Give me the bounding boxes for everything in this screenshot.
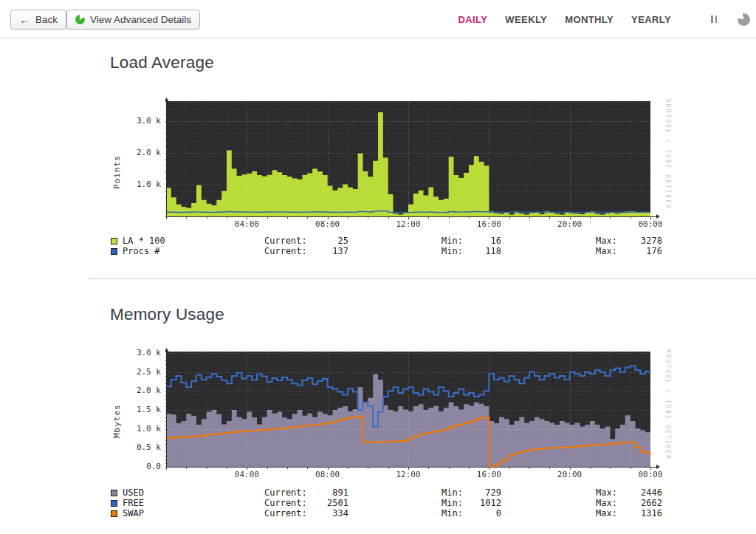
legend-max-value: 3278 [624, 236, 662, 246]
topbar: ← Back View Advanced Details DAILY WEEKL… [0, 0, 756, 38]
legend-current-value: 2501 [310, 498, 348, 508]
legend-swatch-swap [111, 510, 117, 517]
legend-current-label: Current: [264, 508, 310, 518]
x-tick-label: 12:00 [389, 470, 427, 479]
legend-label-used: USED [123, 487, 264, 498]
tab-daily[interactable]: DAILY [458, 14, 488, 25]
rrdtool-watermark: RRDTOOL / TOBI OETIKER [664, 349, 671, 460]
legend-max-value: 176 [624, 246, 662, 256]
x-tick-label: 16:00 [470, 470, 508, 479]
legend-row-used: USED Current: 891 Min: 729 Max: 2446 [111, 487, 662, 498]
x-tick-label: 04:00 [227, 470, 266, 479]
x-tick-label: 20:00 [551, 470, 589, 479]
advanced-button-label: View Advanced Details [90, 14, 191, 25]
legend-min-value: 118 [470, 246, 501, 256]
tab-yearly[interactable]: YEARLY [631, 14, 671, 25]
legend-max-label: Max: [596, 508, 624, 518]
legend-current-value: 137 [310, 246, 348, 256]
legend-current-label: Current: [264, 246, 310, 256]
y-axis-label-points: Points [112, 131, 122, 213]
legend-min-label: Min: [441, 236, 470, 246]
pause-button[interactable] [711, 16, 717, 23]
section-title-load-average: Load Average [110, 53, 214, 72]
y-tick-label: 3.0 k [111, 348, 161, 357]
legend-label-procs: Procs # [123, 246, 264, 256]
x-tick-label: 04:00 [227, 219, 266, 229]
y-tick-label: 2.0 k [111, 386, 161, 395]
y-tick-label: 0.0 [111, 462, 161, 471]
legend-min-label: Min: [441, 246, 470, 256]
legend-max-value: 2662 [624, 498, 662, 508]
x-tick-label: 08:00 [309, 470, 347, 479]
y-tick-label: 1.0 k [111, 424, 161, 434]
legend-max-value: 1316 [624, 508, 662, 518]
legend-swatch-la [111, 238, 117, 244]
legend-row-free: FREE Current: 2501 Min: 1012 Max: 2662 [111, 498, 662, 508]
legend-row-swap: SWAP Current: 334 Min: 0 Max: 1316 [111, 508, 662, 518]
legend-row-la: LA * 100 Current: 25 Min: 16 Max: 3278 [111, 236, 662, 246]
y-tick-label: 0.5 k [111, 442, 161, 452]
period-tabs: DAILY WEEKLY MONTHLY YEARLY [458, 0, 750, 38]
page: ← Back View Advanced Details DAILY WEEKL… [0, 0, 756, 534]
legend-min-value: 0 [470, 508, 501, 518]
memory-usage-chart-canvas [165, 348, 662, 475]
y-tick-label: 1.0 k [111, 179, 161, 189]
tab-weekly[interactable]: WEEKLY [505, 14, 547, 25]
legend-min-label: Min: [441, 498, 470, 508]
x-tick-label: 20:00 [551, 219, 589, 229]
x-tick-label: 00:00 [631, 470, 670, 479]
legend-label-free: FREE [123, 498, 264, 508]
load-average-legend: LA * 100 Current: 25 Min: 16 Max: 3278 P… [111, 236, 662, 256]
view-advanced-details-button[interactable]: View Advanced Details [66, 10, 200, 30]
x-tick-label: 00:00 [631, 219, 670, 229]
rrdtool-watermark: RRDTOOL / TOBI OETIKER [664, 99, 671, 210]
legend-current-value: 891 [310, 487, 348, 498]
load-average-chart-canvas [165, 97, 662, 225]
legend-max-label: Max: [596, 498, 624, 508]
legend-current-value: 25 [310, 236, 348, 246]
y-tick-label: 2.0 k [111, 148, 161, 157]
back-arrow-icon: ← [19, 14, 30, 25]
x-tick-label: 16:00 [470, 219, 508, 229]
load-average-chart: Points RRDTOOL / TOBI OETIKER 1.0 k2.0 k… [111, 95, 694, 235]
y-tick-label: 3.0 k [111, 116, 161, 126]
legend-swatch-procs [111, 248, 117, 255]
legend-current-label: Current: [264, 498, 310, 508]
section-title-memory-usage: Memory Usage [110, 305, 224, 324]
legend-min-label: Min: [441, 487, 470, 498]
legend-current-label: Current: [264, 487, 310, 498]
legend-current-label: Current: [264, 236, 310, 246]
legend-row-procs: Procs # Current: 137 Min: 118 Max: 176 [111, 246, 662, 256]
legend-max-label: Max: [596, 236, 624, 246]
legend-max-label: Max: [596, 246, 624, 256]
back-button-label: Back [35, 14, 58, 25]
legend-min-label: Min: [441, 508, 470, 518]
legend-max-value: 2446 [624, 487, 662, 498]
legend-label-la: LA * 100 [123, 236, 264, 246]
legend-label-swap: SWAP [123, 508, 264, 518]
pie-chart-icon [75, 15, 85, 24]
legend-max-label: Max: [596, 487, 624, 498]
legend-swatch-used [111, 490, 117, 496]
x-tick-label: 08:00 [309, 219, 347, 229]
section-divider [89, 278, 756, 279]
memory-usage-legend: USED Current: 891 Min: 729 Max: 2446 FRE… [111, 487, 662, 518]
legend-current-value: 334 [310, 508, 348, 518]
y-tick-label: 2.5 k [111, 367, 161, 377]
memory-usage-chart: Mbytes RRDTOOL / TOBI OETIKER 0.00.5 k1.… [111, 345, 694, 485]
tab-monthly[interactable]: MONTHLY [565, 14, 614, 25]
y-tick-label: 1.5 k [111, 405, 161, 414]
x-tick-label: 12:00 [389, 219, 427, 229]
legend-min-value: 16 [470, 236, 501, 246]
refresh-timer-icon [738, 13, 750, 26]
legend-min-value: 1012 [470, 498, 501, 508]
legend-min-value: 729 [470, 487, 501, 498]
back-button[interactable]: ← Back [10, 10, 66, 30]
legend-swatch-free [111, 500, 117, 507]
